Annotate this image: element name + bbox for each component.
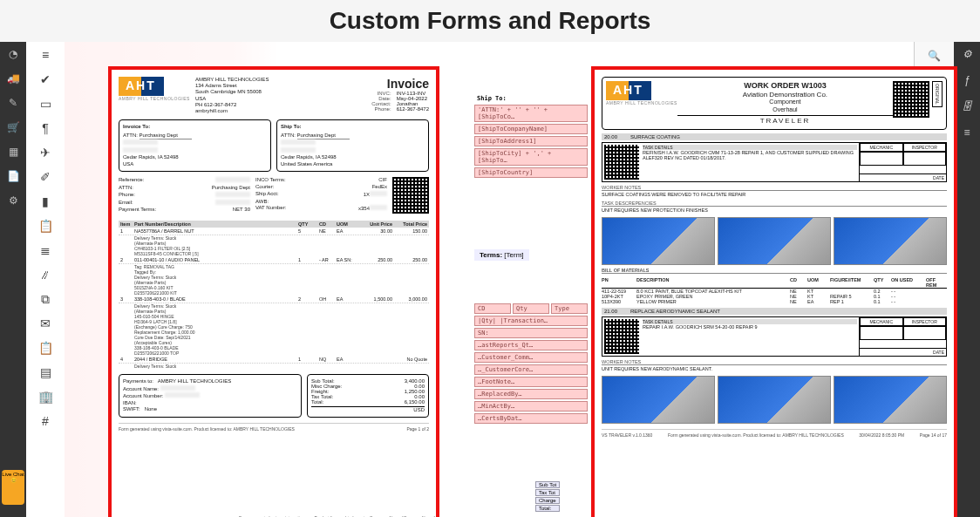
cart2-icon[interactable]: ▤ xyxy=(36,363,55,382)
totals-placeholder-block[interactable]: Sub Tot Tax Tot Charge Total: xyxy=(535,481,560,512)
cart-icon[interactable]: 🛒 xyxy=(6,120,20,134)
traveler-qr-icon xyxy=(893,81,929,118)
totals-box: Sub Total:3,400.00Misc Charge:0.00Freigh… xyxy=(307,374,429,418)
doc-icon[interactable]: ▭ xyxy=(36,94,55,113)
traveler-footer-left: Form generated using vista-suite.com. Pr… xyxy=(668,432,844,438)
gear-icon[interactable]: ⚙ xyxy=(960,47,974,61)
app-area: ◔ 🚚 ✎ 🛒 ▦ 📄 ⚙ ✂ ✄ ✕ ↶ ↷ ≡ ✔ ▭ ¶ ✈ ✐ ▮ 📋 … xyxy=(0,42,980,517)
placeholder-city[interactable]: [ShipToCity] + ',' + [ShipTo… xyxy=(474,148,588,166)
invoice-to-box: Invoice To: ATTN: Purchasing Dept Cedar … xyxy=(119,119,271,172)
ship-to-box: Ship To: ATTN: Purchasing Dept Cedar Rap… xyxy=(276,119,429,172)
reference-block: Reference:ATTN:Purchasing DeptPhone:Emai… xyxy=(119,177,250,214)
menu-icon[interactable]: ≡ xyxy=(36,45,55,65)
fx-icon[interactable]: ƒ xyxy=(960,73,974,87)
plane-icon[interactable]: ✈ xyxy=(36,143,55,162)
traveler-footer-code: VS TRAVELER v.1.0.1360 xyxy=(602,432,652,438)
items-table: ItemPart Number/DescriptionQTYCDUOMUnit … xyxy=(119,221,429,369)
building-icon[interactable]: 🏢 xyxy=(36,387,55,406)
placeholder-attn[interactable]: 'ATTN:' + '' + '' + [ShipToCo… xyxy=(474,105,588,122)
payments-to-box: Payments to: AMBRY HILL TECHNOLOGIES Acc… xyxy=(119,374,302,418)
traveler-logo xyxy=(606,81,651,100)
traveler-footer-page: Page 14 of 17 xyxy=(920,432,947,438)
traveler-preview: AMBRY HILL TECHNOLOGIES WORK ORDER W1003… xyxy=(591,66,957,517)
terms-placeholder[interactable]: Terms: [Term] xyxy=(474,249,529,261)
stack-icon[interactable]: ≡ xyxy=(960,126,974,139)
chart-icon[interactable]: ▮ xyxy=(36,192,55,211)
invoice-title-block: Invoice INVC:INV-113-INVDate:May-04-2022… xyxy=(371,77,429,114)
terms-value: [Term] xyxy=(504,251,523,259)
truck-icon[interactable]: 🚚 xyxy=(6,71,20,85)
invoice-preview: AMBRY HILL TECHNOLOGIES AMBRY HILL TECHN… xyxy=(108,66,439,517)
bars-icon[interactable]: ≣ xyxy=(36,241,55,260)
page-title: Custom Forms and Reports xyxy=(0,0,980,42)
invoice-footer-page: Page 1 of 2 xyxy=(406,426,429,432)
invoice-logo: AMBRY HILL TECHNOLOGIES AMBRY HILL TECHN… xyxy=(119,77,269,114)
left-rail: ◔ 🚚 ✎ 🛒 ▦ 📄 ⚙ xyxy=(0,42,26,517)
live-chat-button[interactable]: Live Chat 😊 xyxy=(2,470,24,505)
chat-avatar-icon: 😊 xyxy=(2,477,24,483)
pencil-icon[interactable]: ✐ xyxy=(36,167,55,187)
right-rail: ⚙ ƒ 🗄 ≡ xyxy=(954,42,980,517)
paragraph-icon[interactable]: ¶ xyxy=(36,119,55,138)
paste-icon[interactable]: 📋 xyxy=(36,338,55,357)
clipboard-icon[interactable]: 📋 xyxy=(36,216,55,235)
company-info: AMBRY HILL TECHNOLOGIES 134 Adams Street… xyxy=(195,77,269,114)
check-icon[interactable]: ✔ xyxy=(36,70,55,89)
invoice-footer-left: Form generated using vista-suite.com. Pr… xyxy=(119,426,295,432)
invoice-qr-icon xyxy=(392,177,429,214)
table-placeholder-block[interactable]: CDQtyType |Qty| |Transaction… SN: …astRe… xyxy=(474,303,588,425)
placeholder-country[interactable]: [ShipToCountry] xyxy=(474,167,588,178)
calendar-icon[interactable]: ▦ xyxy=(6,145,20,159)
placeholder-addr[interactable]: [ShipToAddress1] xyxy=(474,136,588,146)
edit-icon[interactable]: ✎ xyxy=(6,96,20,110)
file-icon[interactable]: 📄 xyxy=(6,169,20,183)
envelope-icon[interactable]: ✉ xyxy=(36,314,55,333)
traveler-footer-date: 30/04/2022 8:05:30 PM xyxy=(859,432,904,438)
placeholder-company[interactable]: [ShipToCompanyName] xyxy=(474,124,588,134)
db-icon[interactable]: 🗄 xyxy=(960,99,974,113)
copy-icon[interactable]: ⧉ xyxy=(36,289,55,309)
search-icon[interactable]: 🔍 xyxy=(926,47,943,65)
stats-icon[interactable]: ⫽ xyxy=(36,265,55,284)
editor-toolbar-col: ✂ ✄ ✕ ↶ ↷ ≡ ✔ ▭ ¶ ✈ ✐ ▮ 📋 ≣ ⫽ ⧉ ✉ 📋 ▤ 🏢 … xyxy=(26,42,65,517)
original-stamp: ORIGINAL xyxy=(932,81,943,107)
terms-label: Terms: xyxy=(480,251,502,259)
traveler-title-block: WORK ORDER W1003 Aviation Demonstration … xyxy=(677,81,893,126)
cog-icon[interactable]: ⚙ xyxy=(6,194,20,207)
shipto-header: Ship To: xyxy=(474,94,588,103)
hash-icon[interactable]: # xyxy=(36,412,55,431)
shipinfo-block: INCO Terms:CIFCourier:FedExShip Acct:1XA… xyxy=(255,177,387,214)
dashboard-icon[interactable]: ◔ xyxy=(6,47,20,61)
shipto-placeholder-block[interactable]: Ship To: 'ATTN:' + '' + '' + [ShipToCo… … xyxy=(474,94,588,180)
designer-canvas[interactable]: Ship To: 'ATTN:' + '' + '' + [ShipToCo… … xyxy=(65,42,914,517)
